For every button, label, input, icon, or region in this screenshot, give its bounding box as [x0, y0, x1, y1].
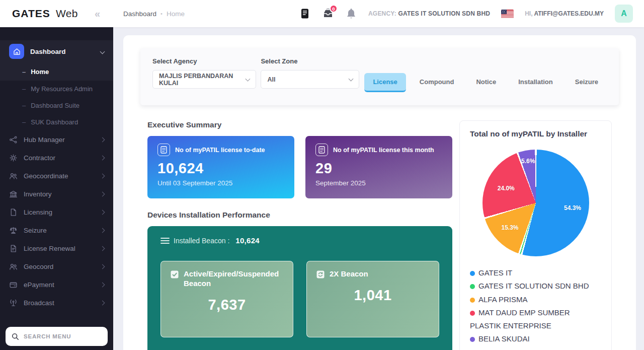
legend-label: GATES IT: [478, 268, 512, 277]
sidebar-item-label: Geocoord: [24, 263, 53, 270]
legend-item[interactable]: GATES IT SOLUTION SDN BHD: [470, 279, 601, 293]
pie-slice-label: 15.3%: [501, 224, 518, 231]
pie-slice-label: 24.0%: [498, 185, 515, 192]
app-logo: GATES Web: [12, 8, 78, 20]
sidebar-item-label: ePayment: [24, 281, 54, 289]
sidebar-collapse-icon[interactable]: «: [95, 8, 100, 20]
sidebar-item-inventory[interactable]: Inventory: [0, 185, 113, 203]
sidebar-item-dashboard[interactable]: Dashboard: [0, 40, 113, 62]
journal-icon-svg: [300, 8, 310, 19]
sidebar-item-geocoord[interactable]: Geocoord: [0, 257, 113, 275]
breadcrumb-page[interactable]: Home: [167, 10, 185, 18]
executive-summary-heading: Executive Summary: [147, 120, 452, 129]
sidebar-item-licensing[interactable]: Licensing: [0, 203, 113, 221]
chevron-right-icon: [100, 228, 105, 233]
summary-card-month: No of myPATIL license this month 29 Sept…: [305, 136, 452, 198]
bank-icon: [9, 190, 18, 198]
legend-item[interactable]: ALFA PRISMA: [470, 293, 601, 306]
sidebar-item-label: Geocoordinate: [24, 172, 68, 180]
sidebar-item-geocoordinate[interactable]: Geocoordinate: [0, 167, 113, 185]
left-column: Executive Summary No of myPATIL license …: [147, 120, 452, 350]
zone-filter-label: Select Zone: [261, 57, 359, 65]
sidebar-item-label: Hub Manager: [24, 136, 65, 144]
device-card-title: Active/Expired/Suspended Beacon: [184, 269, 284, 289]
sidebar-item-epayment[interactable]: ePayment: [0, 275, 113, 294]
language-flag-icon[interactable]: [501, 10, 514, 18]
agency-text: AGENCY: GATES IT SOLUTION SDN BHD: [368, 10, 490, 17]
sidebar-item-contractor[interactable]: Contractor: [0, 149, 113, 167]
sidebar-item-home[interactable]: – Home: [0, 62, 113, 81]
search-icon: [12, 332, 19, 341]
content-row: Executive Summary No of myPATIL license …: [140, 120, 619, 350]
home-icon: [9, 44, 24, 59]
sidebar-item-label: My Resources Admin: [31, 85, 93, 93]
journal-icon[interactable]: [299, 8, 311, 20]
pie-chart: 54.3%15.3%24.0%5.6%: [482, 150, 589, 256]
header-actions: 0 AGENCY: GATES IT SOLUTION SDN BHD HI, …: [299, 5, 644, 23]
sidebar-item-label: Inventory: [24, 190, 52, 198]
sidebar-item-broadcast[interactable]: Broadcast: [0, 294, 113, 312]
checkbox-check-icon: [170, 270, 179, 279]
submenu-dash: –: [22, 68, 26, 76]
chevron-right-icon: [100, 300, 105, 305]
legend-label: GATES IT SOLUTION SDN BHD: [478, 282, 589, 290]
device-card-title: 2X Beacon: [330, 269, 368, 279]
inbox-badge: 0: [330, 5, 338, 13]
hub-icon: [9, 135, 18, 144]
main-area: Select Agency MAJLIS PERBANDARAN KULAI S…: [113, 27, 644, 350]
user-greeting: HI, ATIFFI@GATES.EDU.MY: [525, 10, 604, 17]
sidebar-item-license-renewal[interactable]: License Renewal: [0, 239, 113, 257]
tab-license[interactable]: License: [364, 73, 406, 92]
inbox-icon[interactable]: 0: [322, 8, 334, 20]
sidebar-item-dashboard-suite[interactable]: – Dashboard Suite: [0, 97, 113, 114]
chevron-right-icon: [100, 137, 105, 142]
device-card-active-expired: Active/Expired/Suspended Beacon 7,637: [160, 261, 293, 337]
users-icon: [9, 262, 18, 271]
summary-card-value: 10,624: [157, 160, 284, 177]
legend-item[interactable]: GATES IT: [470, 266, 601, 279]
breadcrumb: Dashboard • Home: [113, 10, 185, 18]
sidebar-item-seizure[interactable]: Seizure: [0, 221, 113, 239]
zone-filter-group: Select Zone All: [261, 57, 359, 89]
breadcrumb-section[interactable]: Dashboard: [123, 10, 156, 18]
legend-item[interactable]: MAT DAUD EMP SUMBER PLASTIK ENTERPRISE: [470, 306, 601, 333]
sidebar-item-suk-dashboard[interactable]: – SUK Dashboard: [0, 114, 113, 130]
sidebar-item-label: Seizure: [24, 227, 47, 234]
agency-filter-label: Select Agency: [152, 57, 256, 65]
bell-icon[interactable]: [345, 8, 357, 20]
document-renew-icon: [9, 244, 18, 253]
zone-select[interactable]: All: [261, 70, 359, 89]
search-menu-input[interactable]: [24, 333, 102, 339]
wallet-icon: [9, 281, 18, 289]
agency-select[interactable]: MAJLIS PERBANDARAN KULAI: [152, 70, 256, 89]
sidebar-item-label: License Renewal: [24, 245, 75, 252]
sidebar-item-label: Home: [31, 68, 49, 76]
legend-item[interactable]: BELIA SKUDAI: [470, 332, 601, 345]
tab-installation[interactable]: Installation: [510, 73, 561, 92]
legend-label: BELIA SKUDAI: [478, 334, 530, 343]
zone-select-value: All: [267, 76, 275, 83]
sidebar-search: [6, 327, 108, 346]
sync-icon: [316, 270, 325, 279]
chevron-down-icon: [100, 49, 105, 54]
sidebar-item-my-resources-admin[interactable]: – My Resources Admin: [0, 81, 113, 97]
sidebar-item-hub-manager[interactable]: Hub Manager: [0, 130, 113, 149]
tab-notice[interactable]: Notice: [467, 73, 505, 92]
installed-beacon-value: 10,624: [235, 236, 260, 245]
chart-title: Total no of myPATIL by Installer: [470, 129, 601, 138]
tab-seizure[interactable]: Seizure: [567, 73, 607, 92]
summary-card-label: No of myPATIL license this month: [333, 147, 434, 154]
filter-bar: Select Agency MAJLIS PERBANDARAN KULAI S…: [140, 48, 619, 105]
devices-panel: Installed Beacon : 10,624 Active/Expired…: [147, 226, 452, 350]
tab-compound[interactable]: Compound: [411, 73, 463, 92]
sidebar-item-label: Licensing: [24, 208, 52, 216]
category-tabs: License Compound Notice Installation Sei…: [364, 73, 607, 92]
gear-icon: [9, 154, 18, 162]
avatar[interactable]: A: [615, 5, 633, 23]
chevron-right-icon: [100, 155, 105, 160]
chevron-right-icon: [100, 246, 105, 251]
greeting-user: ATIFFI@GATES.EDU.MY: [534, 10, 604, 17]
legend-dot: [470, 284, 475, 289]
agency-select-value: MAJLIS PERBANDARAN KULAI: [159, 73, 246, 87]
logo-secondary: Web: [56, 8, 78, 19]
